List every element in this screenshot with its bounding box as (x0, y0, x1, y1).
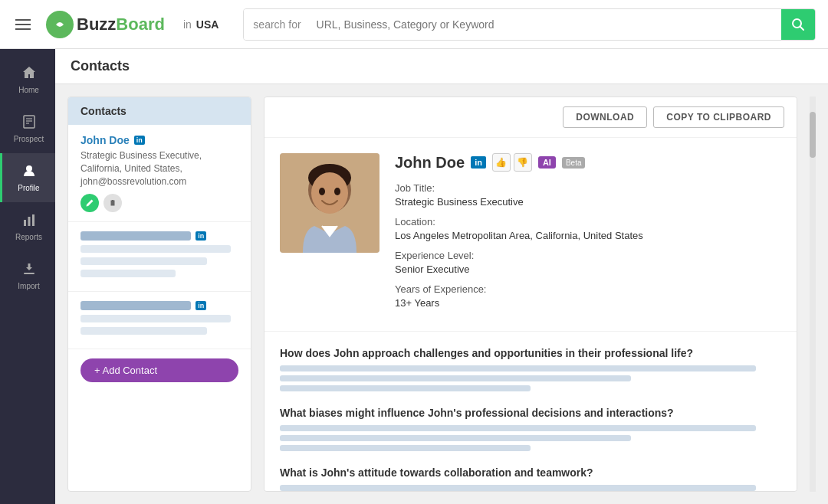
sidebar-item-home[interactable]: Home (0, 55, 55, 104)
scrollbar-thumb[interactable] (810, 112, 816, 158)
thumb-buttons: 👍 👎 (492, 153, 532, 172)
ai-question-3: What is John's attitude towards collabor… (280, 466, 781, 492)
sidebar-item-import[interactable]: Import (0, 251, 55, 300)
profile-years-field: Years of Experience: 13+ Years (395, 282, 781, 309)
import-icon (21, 261, 37, 279)
sidebar-item-import-label: Import (18, 282, 39, 290)
ai-question-2-text: What biases might influence John's profe… (280, 407, 781, 419)
contact-name[interactable]: John Doe (80, 134, 130, 146)
profile-name-row: John Doe in 👍 👎 AI Beta (395, 153, 781, 172)
search-prefix: search for (244, 9, 310, 40)
search-bar: search for (243, 8, 816, 41)
search-button[interactable] (781, 9, 815, 40)
ai-badge: AI (538, 156, 556, 169)
contact-item-johndoe[interactable]: John Doe in Strategic Business Executive… (68, 125, 251, 222)
profile-icon (21, 163, 37, 181)
ai-answer-2-lines (280, 425, 781, 451)
hamburger-button[interactable] (12, 16, 34, 33)
home-icon (21, 65, 37, 83)
profile-panel: DOWNLOAD COPY TO CLIPBOARD (264, 97, 797, 492)
ai-answer-line (280, 485, 756, 491)
linkedin-badge-2: in (196, 231, 206, 241)
ai-answer-line (280, 375, 631, 381)
svg-rect-3 (24, 116, 34, 128)
skeleton-contact-2: in (68, 292, 251, 349)
ai-answer-line (280, 425, 756, 431)
thumbs-down-button[interactable]: 👎 (514, 153, 532, 172)
profile-toolbar: DOWNLOAD COPY TO CLIPBOARD (264, 97, 797, 138)
job-title-label: Job Title: (395, 182, 435, 194)
svg-rect-10 (32, 214, 34, 226)
thumbs-up-button[interactable]: 👍 (492, 153, 511, 172)
logo: BuzzBoard (46, 11, 165, 38)
profile-job-title-field: Job Title: Strategic Business Executive (395, 181, 781, 208)
in-label: in (183, 18, 192, 31)
profile-location-field: Location: Los Angeles Metropolitan Area,… (395, 214, 781, 242)
search-input[interactable] (310, 9, 781, 40)
ai-answer-line (280, 435, 631, 441)
ai-question-2: What biases might influence John's profe… (280, 407, 781, 451)
contacts-layout: Contacts John Doe in Strategic Business … (55, 84, 828, 504)
contact-name-row: John Doe in (80, 134, 238, 146)
ai-question-1-text: How does John approach challenges and op… (280, 347, 781, 359)
contact-description: Strategic Business Executive, California… (80, 149, 238, 188)
sidebar-item-prospect[interactable]: Prospect (0, 104, 55, 153)
ai-answer-line (280, 385, 531, 391)
svg-point-17 (319, 188, 325, 195)
contacts-panel: Contacts John Doe in Strategic Business … (67, 97, 251, 492)
contact-actions (80, 194, 238, 212)
beta-badge: Beta (562, 157, 586, 169)
logo-icon (46, 11, 74, 38)
profile-info-section: John Doe in 👍 👎 AI Beta Job Title: (264, 138, 797, 332)
profile-photo (280, 153, 380, 253)
copy-clipboard-button[interactable]: COPY TO CLIPBOARD (653, 106, 784, 128)
svg-rect-11 (24, 273, 34, 274)
ai-answer-line (280, 365, 756, 371)
content-area: Contacts Contacts John Doe in Strategic … (55, 49, 828, 504)
location-label: Location: (395, 216, 435, 227)
svg-point-16 (311, 172, 348, 214)
profile-experience-field: Experience Level: Senior Executive (395, 248, 781, 276)
svg-point-18 (334, 188, 340, 195)
sidebar: Home Prospect Profile (0, 49, 55, 504)
sidebar-item-prospect-label: Prospect (14, 135, 44, 143)
add-contact-button[interactable]: + Add Contact (80, 358, 238, 382)
linkedin-badge-3: in (196, 301, 206, 310)
sidebar-item-profile-label: Profile (18, 184, 39, 192)
years-label: Years of Experience: (395, 283, 486, 295)
page-title-bar: Contacts (55, 49, 828, 84)
location-selector[interactable]: in USA (183, 18, 219, 31)
ai-answer-line (280, 445, 531, 451)
scrollbar[interactable] (810, 97, 816, 492)
delete-contact-button[interactable] (104, 194, 122, 212)
profile-linkedin-badge[interactable]: in (471, 156, 486, 169)
prospect-icon (21, 114, 37, 132)
ai-answer-3-lines (280, 485, 781, 492)
download-button[interactable]: DOWNLOAD (563, 106, 647, 128)
ai-answer-1-lines (280, 365, 781, 391)
main-layout: Home Prospect Profile (0, 49, 828, 504)
profile-details: John Doe in 👍 👎 AI Beta Job Title: (395, 153, 781, 316)
sidebar-item-reports-label: Reports (15, 233, 42, 241)
location-value: Los Angeles Metropolitan Area, Californi… (395, 230, 643, 241)
sidebar-item-profile[interactable]: Profile (0, 153, 55, 202)
country-value: USA (196, 18, 219, 31)
contacts-panel-header: Contacts (68, 97, 251, 125)
experience-level-label: Experience Level: (395, 250, 474, 261)
svg-rect-8 (24, 220, 26, 226)
svg-point-7 (26, 165, 32, 172)
linkedin-badge: in (134, 136, 145, 145)
ai-question-3-text: What is John's attitude towards collabor… (280, 466, 781, 479)
page-title: Contacts (71, 58, 130, 74)
experience-level-value: Senior Executive (395, 263, 470, 275)
sidebar-item-reports[interactable]: Reports (0, 202, 55, 251)
scrollbar-track (810, 97, 816, 492)
svg-line-2 (800, 26, 804, 30)
svg-rect-9 (28, 217, 30, 226)
reports-icon (21, 212, 37, 230)
edit-contact-button[interactable] (80, 194, 99, 212)
profile-name: John Doe (395, 154, 465, 172)
ai-section: How does John approach challenges and op… (264, 332, 797, 492)
sidebar-item-home-label: Home (18, 86, 39, 94)
ai-question-1: How does John approach challenges and op… (280, 347, 781, 391)
